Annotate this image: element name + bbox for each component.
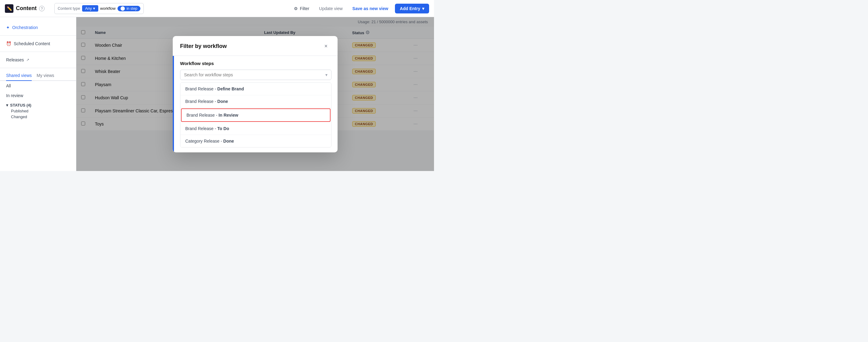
sidebar-tabs: Shared views My views bbox=[0, 70, 76, 81]
sidebar-divider-2 bbox=[0, 52, 76, 52]
sidebar-view-in-review[interactable]: In review bbox=[0, 91, 76, 101]
dropdown-item[interactable]: Brand Release - In Review bbox=[181, 108, 331, 122]
sidebar: ✦ Orchestration ⏰ Scheduled Content Rele… bbox=[0, 17, 76, 171]
modal-close-button[interactable]: × bbox=[322, 42, 330, 51]
logo-icon: ✏️ bbox=[5, 4, 13, 13]
chevron-down-icon: ▾ bbox=[326, 73, 328, 77]
shared-views-tab[interactable]: Shared views bbox=[6, 73, 32, 81]
save-view-button[interactable]: Save as new view bbox=[349, 4, 392, 13]
app-title: Content bbox=[16, 5, 37, 11]
search-box[interactable]: ▾ bbox=[180, 69, 332, 80]
dropdown-item[interactable]: Brand Release - Define Brand bbox=[180, 83, 331, 95]
modal-overlay: Filter by workflow × Workflow steps ▾ Br… bbox=[76, 17, 434, 171]
modal-header: Filter by workflow × bbox=[173, 36, 338, 56]
dropdown-item[interactable]: Brand Release - To Do bbox=[180, 122, 331, 135]
workflow-steps-label: Workflow steps bbox=[180, 61, 332, 66]
my-views-tab[interactable]: My views bbox=[37, 73, 54, 81]
clock-icon: ⏰ bbox=[6, 41, 11, 46]
sidebar-view-all[interactable]: All bbox=[0, 81, 76, 91]
modal-body: Workflow steps ▾ Brand Release - Define … bbox=[173, 56, 338, 152]
filter-bar: Content type Any ▾ workflow in step bbox=[54, 3, 144, 14]
dropdown-item[interactable]: Brand Release - Done bbox=[180, 95, 331, 108]
main-layout: ✦ Orchestration ⏰ Scheduled Content Rele… bbox=[0, 17, 434, 171]
status-section: ▾ STATUS (4) Published Changed bbox=[0, 101, 76, 121]
sidebar-divider-1 bbox=[0, 35, 76, 36]
help-icon[interactable]: ? bbox=[39, 6, 44, 11]
filter-button[interactable]: ⚙ Filter bbox=[291, 4, 312, 13]
orchestration-icon: ✦ bbox=[6, 25, 10, 30]
workflow-label: workflow bbox=[100, 6, 116, 11]
workflow-dropdown-list: Brand Release - Define BrandBrand Releas… bbox=[180, 82, 332, 147]
add-entry-button[interactable]: Add Entry ▾ bbox=[395, 4, 429, 13]
dropdown-item[interactable]: Category Release - Done bbox=[180, 135, 331, 147]
sidebar-item-orchestration[interactable]: ✦ Orchestration bbox=[0, 22, 76, 33]
content-area: Usage: 21 / 5000000 entries and assets N… bbox=[76, 17, 434, 171]
top-header: ✏️ Content ? Content type Any ▾ workflow… bbox=[0, 0, 434, 17]
status-published[interactable]: Published bbox=[6, 108, 70, 113]
modal-title: Filter by workflow bbox=[180, 43, 227, 50]
chevron-down-icon: ▾ bbox=[6, 103, 8, 108]
update-view-button[interactable]: Update view bbox=[316, 4, 346, 13]
any-button[interactable]: Any ▾ bbox=[82, 5, 98, 11]
in-step-toggle[interactable]: in step bbox=[118, 6, 141, 11]
sidebar-divider-3 bbox=[0, 68, 76, 68]
status-header[interactable]: ▾ STATUS (4) bbox=[6, 103, 70, 108]
sidebar-item-releases[interactable]: Releases ↗ bbox=[0, 54, 76, 65]
sidebar-item-scheduled-content[interactable]: ⏰ Scheduled Content bbox=[0, 38, 76, 49]
content-type-label: Content type bbox=[58, 6, 80, 11]
logo-area: ✏️ Content ? bbox=[5, 4, 48, 13]
modal-content: Workflow steps ▾ Brand Release - Define … bbox=[174, 56, 338, 152]
filter-modal: Filter by workflow × Workflow steps ▾ Br… bbox=[173, 36, 338, 152]
toggle-circle bbox=[121, 6, 125, 11]
workflow-search-input[interactable] bbox=[184, 73, 326, 77]
external-link-icon: ↗ bbox=[26, 58, 29, 62]
status-changed[interactable]: Changed bbox=[6, 113, 70, 119]
filter-icon: ⚙ bbox=[294, 6, 298, 11]
